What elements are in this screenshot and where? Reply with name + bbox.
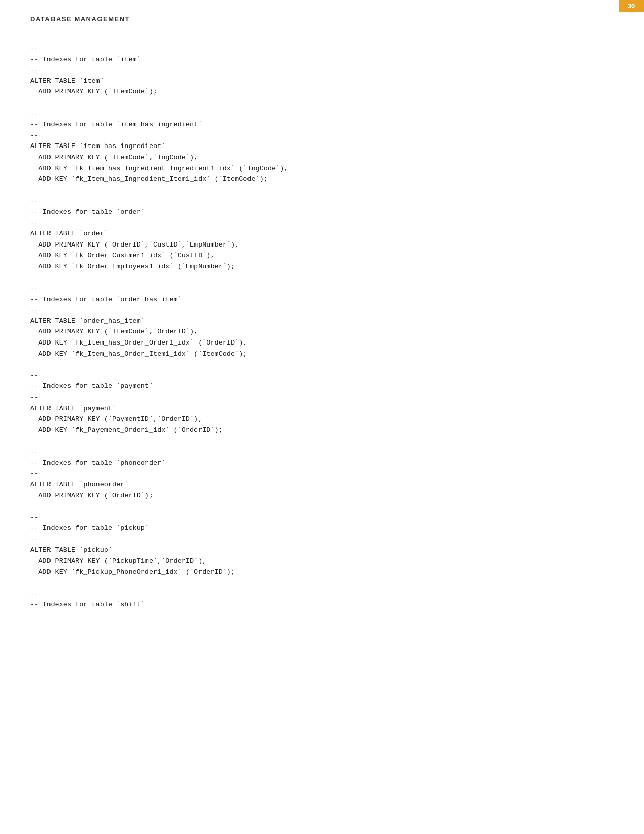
code-line: -- xyxy=(30,534,614,545)
code-line xyxy=(30,185,614,196)
code-line: -- Indexes for table `item_has_ingredien… xyxy=(30,119,614,130)
code-line: -- xyxy=(30,195,614,207)
code-line: ALTER TABLE `pickup` xyxy=(30,545,614,556)
code-line: -- xyxy=(30,447,614,458)
code-line: ALTER TABLE `payment` xyxy=(30,403,614,414)
code-line: ADD PRIMARY KEY (`OrderID`); xyxy=(30,490,614,501)
code-line: ADD KEY `fk_Item_has_Ingredient_Ingredie… xyxy=(30,163,614,174)
code-line: -- xyxy=(30,283,614,294)
code-line: -- xyxy=(30,512,614,523)
code-line: ADD KEY `fk_Payement_Order1_idx` (`Order… xyxy=(30,425,614,436)
code-line: -- Indexes for table `order` xyxy=(30,207,614,218)
code-line: -- xyxy=(30,65,614,76)
code-line: ADD KEY `fk_Order_Custmer1_idx` (`CustID… xyxy=(30,250,614,261)
code-line: -- Indexes for table `pickup` xyxy=(30,523,614,534)
code-line: -- xyxy=(30,305,614,316)
code-line xyxy=(30,501,614,512)
code-line: -- xyxy=(30,468,614,479)
code-line: -- Indexes for table `order_has_item` xyxy=(30,294,614,305)
code-line: -- xyxy=(30,109,614,120)
code-line: -- Indexes for table `phoneorder` xyxy=(30,458,614,469)
code-line: ADD KEY `fk_Item_has_Order_Order1_idx` (… xyxy=(30,337,614,349)
code-line: ALTER TABLE `order_has_item` xyxy=(30,316,614,327)
code-line: -- xyxy=(30,392,614,403)
code-line: -- xyxy=(30,130,614,141)
code-line: ADD PRIMARY KEY (`ItemCode`,`OrderID`), xyxy=(30,326,614,337)
code-line: -- xyxy=(30,370,614,381)
code-line: ADD PRIMARY KEY (`ItemCode`,`IngCode`), xyxy=(30,152,614,163)
code-line: ALTER TABLE `item` xyxy=(30,76,614,87)
code-line: ALTER TABLE `order` xyxy=(30,228,614,239)
page-container: 30 DATABASE MANAGEMENT ---- Indexes for … xyxy=(0,0,644,834)
code-line: ALTER TABLE `item_has_ingredient` xyxy=(30,141,614,152)
page-number-badge: 30 xyxy=(619,0,644,12)
code-line: ADD PRIMARY KEY (`PickupTime`,`OrderID`)… xyxy=(30,556,614,567)
code-line: -- xyxy=(30,218,614,229)
page-title: DATABASE MANAGEMENT xyxy=(30,15,130,23)
code-line: ADD PRIMARY KEY (`OrderID`,`CustID`,`Emp… xyxy=(30,239,614,251)
code-line xyxy=(30,435,614,447)
code-block: ---- Indexes for table `item`--ALTER TAB… xyxy=(30,43,614,610)
code-line: -- Indexes for table `payment` xyxy=(30,381,614,392)
code-line xyxy=(30,359,614,370)
code-line xyxy=(30,577,614,588)
code-line: ADD KEY `fk_Order_Employees1_idx` (`EmpN… xyxy=(30,261,614,272)
code-line xyxy=(30,272,614,283)
page-header: DATABASE MANAGEMENT xyxy=(30,15,614,28)
code-line: -- Indexes for table `shift` xyxy=(30,599,614,610)
code-line: ADD PRIMARY KEY (`PaymentID`,`OrderID`), xyxy=(30,414,614,425)
code-line: ADD KEY `fk_Item_has_Ingredient_Item1_id… xyxy=(30,174,614,185)
code-line: ALTER TABLE `phoneorder` xyxy=(30,479,614,490)
code-line: ADD KEY `fk_Item_has_Order_Item1_idx` (`… xyxy=(30,349,614,360)
code-line xyxy=(30,97,614,109)
code-line: ADD PRIMARY KEY (`ItemCode`); xyxy=(30,86,614,97)
code-line: -- Indexes for table `item` xyxy=(30,54,614,65)
code-line: -- xyxy=(30,43,614,54)
code-line: -- xyxy=(30,588,614,600)
code-line: ADD KEY `fk_Pickup_PhoneOrder1_idx` (`Or… xyxy=(30,567,614,578)
